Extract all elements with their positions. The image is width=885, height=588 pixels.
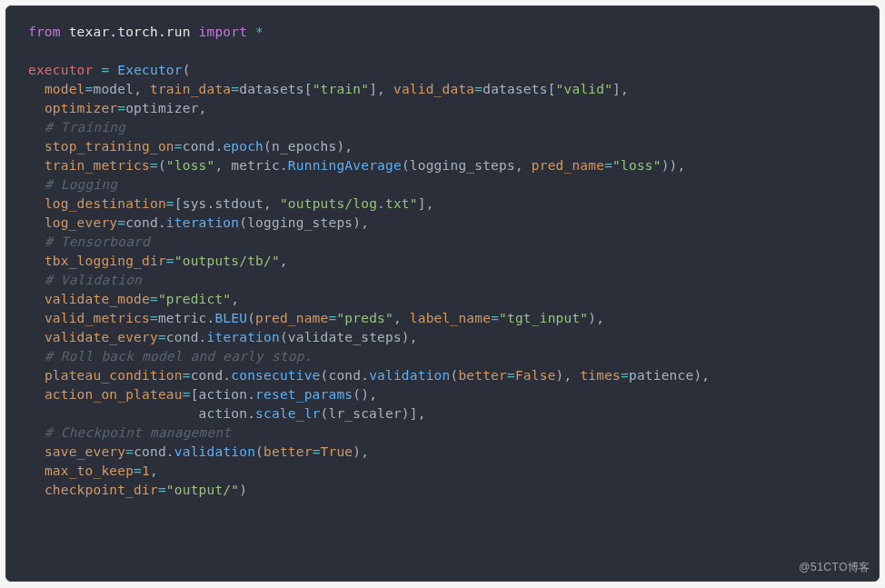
param-ckptdir: checkpoint_dir [45,483,158,497]
obj-cond2: cond [125,215,158,230]
obj-action2: action [199,406,248,421]
val-datasets: datasets [239,82,303,96]
comment-tensorboard: # Tensorboard [45,234,150,249]
param-predname2: pred_name [255,311,328,325]
param-times: times [580,368,621,383]
keyword-from: from [28,25,61,39]
bool-true: True [321,444,353,459]
fn-epoch: epoch [223,139,264,154]
fn-validation2: validation [174,444,255,459]
param-valid-metrics: valid_metrics [45,311,150,325]
str-valid: "valid" [556,82,613,96]
var-executor: executor [28,63,93,77]
str-predict: "predict" [158,292,231,306]
val-datasets2: datasets [482,82,547,96]
str-preds: "preds" [336,311,393,325]
comment-training: # Training [45,120,125,135]
param-better: better [458,368,507,383]
param-better2: better [264,444,313,459]
fn-bleu: BLEU [214,311,247,325]
param-action-plateau: action_on_plateau [45,387,183,402]
obj-sys: sys [183,196,207,211]
comment-logging: # Logging [45,177,117,192]
param-maxkeep: max_to_keep [45,463,134,478]
val-optimizer: optimizer [125,101,198,115]
attr-stdout: stdout [214,196,264,211]
class-executor: Executor [117,63,182,77]
param-log-every: log_every [45,215,117,230]
arg-lrscaler: lr_scaler [328,406,401,421]
obj-action: action [199,387,248,402]
obj-metric2: metric [158,311,207,325]
bool-false: False [515,368,556,383]
str-loss2: "loss" [612,158,661,173]
op-assign: = [101,63,109,77]
arg-nepochs: n_epochs [272,139,336,154]
arg-valsteps: validate_steps [288,330,402,344]
fn-reset: reset_params [255,387,353,402]
param-validate-mode: validate_mode [45,292,150,306]
obj-cond4: cond [191,368,224,383]
param-stop-training: stop_training_on [45,139,174,154]
fn-scalelr: scale_lr [255,406,320,421]
str-logtxt: "outputs/log.txt" [280,196,418,211]
str-tb: "outputs/tb/" [174,254,280,268]
param-train-metrics: train_metrics [45,158,150,173]
import-star: * [255,25,264,39]
fn-runningavg: RunningAverage [288,158,402,173]
param-labelname: label_name [410,311,491,325]
param-validate-every: validate_every [45,330,158,344]
obj-cond: cond [183,139,215,154]
paren-open: ( [183,63,191,77]
param-predname: pred_name [532,158,604,173]
param-optimizer: optimizer [45,101,117,115]
obj-cond6: cond [134,444,166,459]
code-content: from texar.torch.run import * executor =… [28,23,857,500]
param-tbx: tbx_logging_dir [45,254,166,268]
arg-logsteps: logging_steps [410,158,515,173]
val-model: model [93,82,134,96]
obj-metric: metric [231,158,280,173]
fn-iteration: iteration [166,215,239,230]
param-train-data: train_data [150,82,231,96]
module-path: texar.torch.run [69,25,191,39]
comment-rollback: # Roll back model and early stop. [45,349,313,364]
str-loss: "loss" [166,158,215,173]
comment-validation: # Validation [45,273,142,287]
param-save-every: save_every [45,444,125,459]
fn-iteration2: iteration [207,330,280,344]
fn-validation: validation [369,368,450,383]
comment-checkpoint: # Checkpoint management [45,425,231,440]
arg-logsteps2: logging_steps [247,215,353,230]
param-model: model [45,82,85,96]
obj-cond3: cond [166,330,199,344]
param-log-dest: log_destination [45,196,166,211]
param-plateau: plateau_condition [45,368,183,383]
str-tgt: "tgt_input" [499,311,588,325]
str-output: "output/" [166,483,239,497]
fn-consecutive: consecutive [231,368,320,383]
obj-cond5: cond [328,368,361,383]
keyword-import: import [199,25,248,39]
watermark: @51CTO博客 [799,560,870,575]
str-train: "train" [313,82,370,96]
code-block: from texar.torch.run import * executor =… [5,5,880,582]
val-patience: patience [629,368,693,383]
num-one: 1 [142,463,150,478]
param-valid-data: valid_data [393,82,474,96]
